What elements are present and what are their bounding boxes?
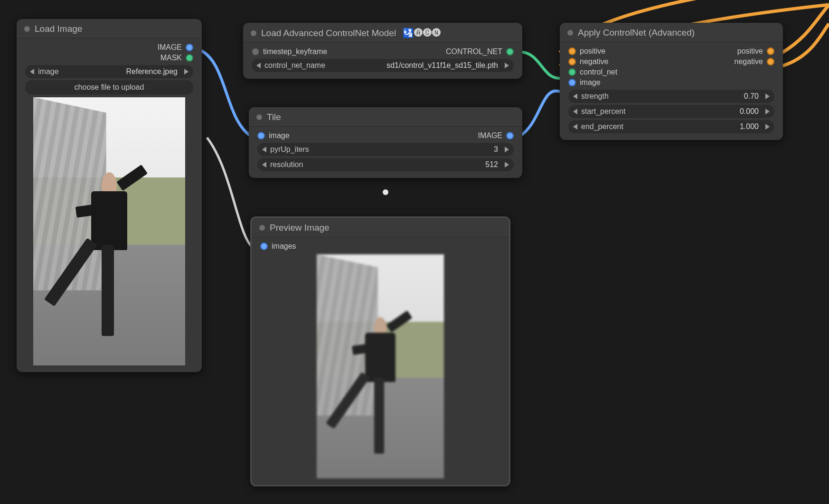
node-tile[interactable]: Tile image IMAGE pyrUp_iters 3 resolutio… [249,107,522,178]
caret-right-icon[interactable] [505,147,509,152]
output-port-negative[interactable] [767,58,774,65]
caret-right-icon[interactable] [765,109,770,114]
collapse-dot-icon[interactable] [256,114,262,120]
caret-right-icon[interactable] [505,162,509,168]
collapse-dot-icon[interactable] [567,30,573,36]
widget-label: pyrUp_iters [270,145,309,154]
svg-point-0 [383,189,388,195]
caret-right-icon[interactable] [505,63,509,68]
input-port-timestep-keyframe[interactable] [252,48,259,56]
collapse-dot-icon[interactable] [251,30,256,36]
title-text: Load Advanced ControlNet Model [261,28,396,38]
widget-start-percent[interactable]: start_percent 0.000 [568,105,774,118]
caret-right-icon[interactable] [765,93,770,99]
widget-end-percent[interactable]: end_percent 1.000 [568,120,774,133]
input-port-image[interactable] [257,132,265,140]
caret-left-icon[interactable] [256,63,261,68]
output-port-control-net[interactable] [506,48,514,56]
widget-label: control_net_name [264,61,325,70]
caret-left-icon[interactable] [573,93,577,99]
widget-pyrup-iters[interactable]: pyrUp_iters 3 [257,143,514,156]
widget-value: 0.000 [625,107,762,116]
input-label-positive: positive [580,47,605,56]
collapse-dot-icon[interactable] [259,225,265,231]
output-label-negative: negative [735,57,763,66]
node-title[interactable]: Tile [249,107,522,127]
image-preview [317,254,444,478]
caret-right-icon[interactable] [765,124,770,130]
input-label-images: images [272,242,296,251]
input-port-negative[interactable] [568,58,576,65]
widget-value: 1.000 [623,122,762,131]
widget-label: resolution [270,160,303,169]
output-label-image: IMAGE [478,131,502,140]
input-port-control-net[interactable] [568,68,576,76]
widget-image-select[interactable]: image Reference.jpeg [25,65,193,78]
widget-resolution[interactable]: resolution 512 [257,158,514,171]
widget-label: strength [581,92,609,101]
title-badge-icons: 🛂🅐🅒🅝 [403,28,441,38]
widget-label: end_percent [581,122,623,131]
input-label-image: image [580,78,601,87]
caret-left-icon[interactable] [30,69,34,75]
output-port-image[interactable] [506,132,514,140]
node-preview-image[interactable]: Preview Image images [250,216,510,486]
widget-value: Reference.jpeg [59,67,180,76]
widget-value: sd1/control_v11f1e_sd15_tile.pth [325,61,501,70]
input-label-image: image [269,131,290,140]
output-port-mask[interactable] [186,54,193,62]
output-label-positive: positive [737,47,763,56]
node-title[interactable]: Apply ControlNet (Advanced) [560,23,783,42]
output-label-mask: MASK [160,54,182,62]
title-text: Preview Image [270,223,330,233]
widget-value: 0.70 [609,92,762,101]
image-preview [33,97,185,365]
upload-button[interactable]: choose file to upload [25,80,193,94]
output-label-control-net: CONTROL_NET [446,47,502,56]
title-text: Tile [267,112,281,122]
node-title[interactable]: Preview Image [252,218,509,237]
input-port-image[interactable] [568,79,576,86]
caret-left-icon[interactable] [573,124,577,130]
caret-left-icon[interactable] [262,147,266,152]
caret-left-icon[interactable] [262,162,266,168]
widget-value: 3 [309,145,501,154]
input-port-images[interactable] [260,243,268,250]
caret-left-icon[interactable] [573,109,577,114]
node-load-image[interactable]: Load Image IMAGE MASK image Reference.jp… [17,19,202,372]
title-text: Load Image [35,24,82,34]
node-load-acn[interactable]: Load Advanced ControlNet Model 🛂🅐🅒🅝 time… [243,23,522,79]
output-port-positive[interactable] [767,47,774,55]
input-label-control-net: control_net [580,68,617,76]
title-text: Apply ControlNet (Advanced) [578,28,695,38]
node-apply-controlnet[interactable]: Apply ControlNet (Advanced) positive pos… [560,23,783,140]
input-label-timestep-keyframe: timestep_keyframe [263,47,327,56]
caret-right-icon[interactable] [184,69,188,75]
input-label-negative: negative [580,57,609,66]
widget-label: image [38,67,59,76]
widget-control-net-name[interactable]: control_net_name sd1/control_v11f1e_sd15… [252,59,514,72]
widget-strength[interactable]: strength 0.70 [568,90,774,103]
widget-value: 512 [303,160,501,169]
output-label-image: IMAGE [157,43,182,52]
widget-label: start_percent [581,107,625,116]
collapse-dot-icon[interactable] [24,26,30,32]
output-port-image[interactable] [186,44,193,51]
node-title[interactable]: Load Advanced ControlNet Model 🛂🅐🅒🅝 [243,23,522,43]
node-title[interactable]: Load Image [17,19,202,38]
input-port-positive[interactable] [568,47,576,55]
